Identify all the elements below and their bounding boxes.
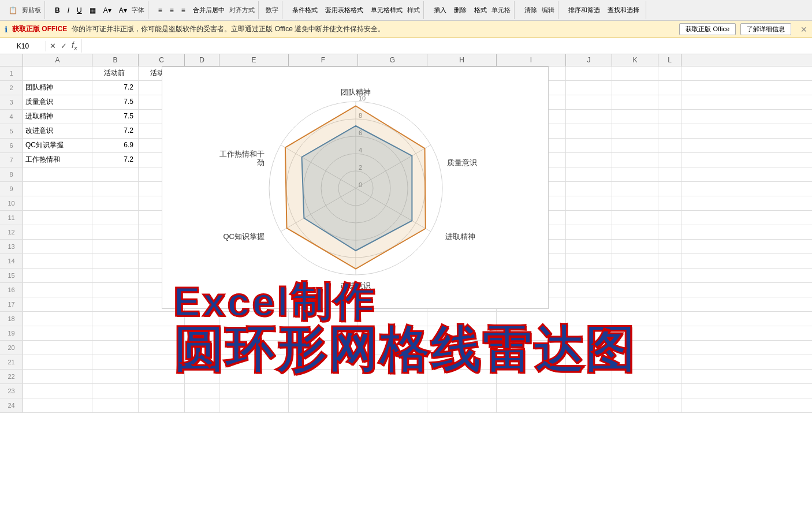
cell-i18[interactable]: [497, 312, 566, 326]
cell-g24[interactable]: [358, 398, 427, 412]
bold-button[interactable]: B: [52, 5, 63, 16]
cell-l12[interactable]: [658, 225, 681, 239]
cell-a17[interactable]: [23, 297, 92, 311]
cell-k21[interactable]: [612, 355, 658, 369]
cell-d23[interactable]: [185, 384, 219, 398]
cell-c24[interactable]: [139, 398, 185, 412]
cell-b16[interactable]: [92, 283, 139, 297]
cell-a1[interactable]: [23, 66, 92, 80]
cell-l9[interactable]: [658, 182, 681, 196]
cell-l21[interactable]: [658, 355, 681, 369]
cell-k7[interactable]: [612, 153, 658, 167]
cell-a14[interactable]: [23, 254, 92, 268]
cell-f23[interactable]: [289, 384, 358, 398]
cell-l6[interactable]: [658, 139, 681, 152]
insert-button[interactable]: 插入: [431, 4, 449, 16]
cell-b12[interactable]: [92, 225, 139, 239]
cell-f21[interactable]: [289, 355, 358, 369]
cell-h21[interactable]: [427, 355, 497, 369]
cell-k11[interactable]: [612, 211, 658, 225]
cell-h24[interactable]: [427, 398, 497, 412]
cell-k20[interactable]: [612, 341, 658, 355]
cell-k15[interactable]: [612, 269, 658, 282]
cell-a24[interactable]: [23, 398, 92, 412]
col-header-j[interactable]: J: [566, 54, 612, 66]
col-header-g[interactable]: G: [358, 54, 427, 66]
col-header-e[interactable]: E: [219, 54, 289, 66]
cell-i20[interactable]: [497, 341, 566, 355]
cell-k1[interactable]: [612, 66, 658, 80]
cell-j13[interactable]: [566, 240, 612, 254]
col-header-h[interactable]: H: [427, 54, 497, 66]
cell-e21[interactable]: [219, 355, 289, 369]
cell-b19[interactable]: [92, 326, 139, 340]
cell-j20[interactable]: [566, 341, 612, 355]
cell-k24[interactable]: [612, 398, 658, 412]
cell-j22[interactable]: [566, 370, 612, 383]
confirm-formula-icon[interactable]: ✓: [59, 40, 68, 51]
table-format-button[interactable]: 套用表格格式: [322, 4, 366, 16]
cell-g22[interactable]: [358, 370, 427, 383]
cell-f20[interactable]: [289, 341, 358, 355]
cell-b15[interactable]: [92, 269, 139, 282]
col-header-d[interactable]: D: [185, 54, 219, 66]
col-header-l[interactable]: L: [658, 54, 681, 66]
cell-a6[interactable]: QC知识掌握: [23, 139, 92, 152]
cell-f22[interactable]: [289, 370, 358, 383]
cell-l14[interactable]: [658, 254, 681, 268]
cell-a12[interactable]: [23, 225, 92, 239]
cell-a7[interactable]: 工作热情和: [23, 153, 92, 167]
cell-f24[interactable]: [289, 398, 358, 412]
learn-more-button[interactable]: 了解详细信息: [740, 23, 791, 35]
cancel-formula-icon[interactable]: ✕: [49, 40, 57, 51]
cell-b18[interactable]: [92, 312, 139, 326]
cell-b21[interactable]: [92, 355, 139, 369]
cell-b24[interactable]: [92, 398, 139, 412]
cell-a21[interactable]: [23, 355, 92, 369]
cell-a19[interactable]: [23, 326, 92, 340]
cell-a9[interactable]: [23, 182, 92, 196]
cell-h19[interactable]: [427, 326, 497, 340]
cell-a16[interactable]: [23, 283, 92, 297]
cell-g20[interactable]: [358, 341, 427, 355]
cell-b13[interactable]: [92, 240, 139, 254]
cell-k9[interactable]: [612, 182, 658, 196]
cell-h22[interactable]: [427, 370, 497, 383]
cell-l5[interactable]: [658, 124, 681, 138]
align-right-button[interactable]: ≡: [178, 5, 188, 16]
cell-d20[interactable]: [185, 341, 219, 355]
col-header-f[interactable]: F: [289, 54, 358, 66]
cell-k18[interactable]: [612, 312, 658, 326]
cell-j2[interactable]: [566, 81, 612, 95]
cell-j8[interactable]: [566, 167, 612, 181]
cell-l7[interactable]: [658, 153, 681, 167]
cell-c18[interactable]: [139, 312, 185, 326]
cell-d24[interactable]: [185, 398, 219, 412]
cell-j3[interactable]: [566, 95, 612, 109]
find-button[interactable]: 查找和选择: [605, 4, 642, 16]
cell-l18[interactable]: [658, 312, 681, 326]
cell-a13[interactable]: [23, 240, 92, 254]
cell-a2[interactable]: 团队精神: [23, 81, 92, 95]
cell-g23[interactable]: [358, 384, 427, 398]
cell-l10[interactable]: [658, 196, 681, 210]
cell-c23[interactable]: [139, 384, 185, 398]
cell-k19[interactable]: [612, 326, 658, 340]
cell-j11[interactable]: [566, 211, 612, 225]
cell-c21[interactable]: [139, 355, 185, 369]
sort-button[interactable]: 排序和筛选: [565, 4, 603, 16]
format-button[interactable]: 格式: [471, 4, 490, 16]
cell-k12[interactable]: [612, 225, 658, 239]
cell-i21[interactable]: [497, 355, 566, 369]
cell-j16[interactable]: [566, 283, 612, 297]
border-button[interactable]: ▦: [87, 5, 99, 16]
info-close-button[interactable]: ✕: [800, 25, 807, 34]
cell-b22[interactable]: [92, 370, 139, 383]
merge-button[interactable]: 合并后居中: [190, 4, 228, 16]
cell-g19[interactable]: [358, 326, 427, 340]
cell-a11[interactable]: [23, 211, 92, 225]
cell-j24[interactable]: [566, 398, 612, 412]
cell-b14[interactable]: [92, 254, 139, 268]
cell-e19[interactable]: [219, 326, 289, 340]
cell-j10[interactable]: [566, 196, 612, 210]
